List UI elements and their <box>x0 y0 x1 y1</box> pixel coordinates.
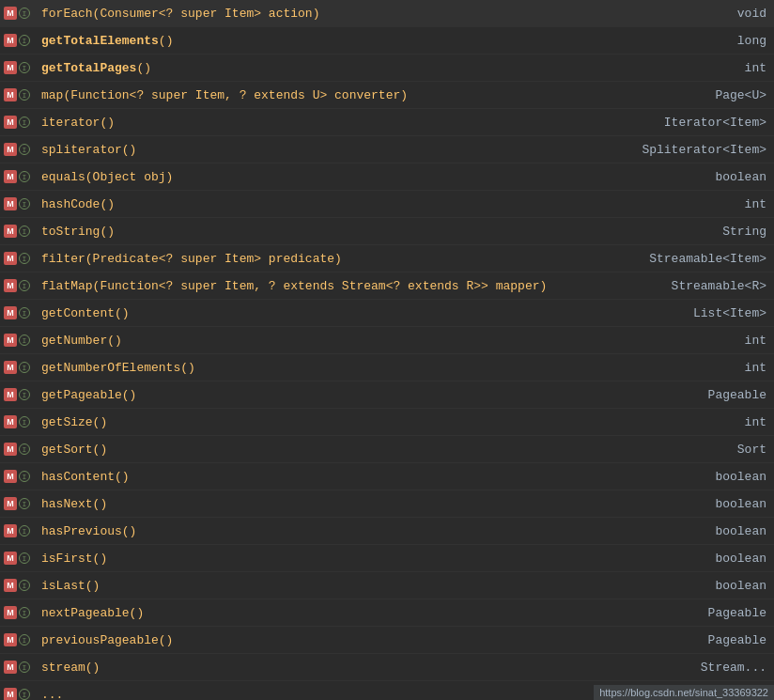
return-type: Spliterator<Item> <box>642 143 770 157</box>
return-type: boolean <box>715 170 770 184</box>
method-signature: getNumber() <box>41 334 745 348</box>
list-item[interactable]: MIflatMap(Function<? super Item, ? exten… <box>0 272 774 300</box>
list-item[interactable]: MIgetTotalElements()long <box>0 27 774 54</box>
method-signature: isLast() <box>41 579 715 593</box>
list-item[interactable]: MIhasPrevious()boolean <box>0 518 774 545</box>
circle-icon: I <box>19 144 30 155</box>
m-icon: M <box>4 470 17 483</box>
m-icon: M <box>4 688 17 700</box>
m-icon: M <box>4 279 17 292</box>
icon-area: MI <box>4 415 41 428</box>
icon-area: MI <box>4 34 41 47</box>
icon-area: MI <box>4 524 41 537</box>
method-signature: forEach(Consumer<? super Item> action) <box>41 7 737 21</box>
icon-area: MI <box>4 606 41 619</box>
m-icon: M <box>4 197 17 210</box>
return-type: int <box>745 61 770 75</box>
return-type: Pageable <box>708 388 770 402</box>
return-type: List<Item> <box>693 306 770 320</box>
method-signature: getTotalElements() <box>41 34 737 48</box>
list-item[interactable]: MIgetNumberOfElements()int <box>0 354 774 381</box>
method-signature: toString() <box>41 225 722 239</box>
icon-area: MI <box>4 661 41 674</box>
list-item[interactable]: MIspliterator()Spliterator<Item> <box>0 136 774 163</box>
m-icon: M <box>4 252 17 265</box>
circle-icon: I <box>19 89 30 101</box>
circle-icon: I <box>19 334 30 346</box>
m-icon: M <box>4 88 17 101</box>
list-item[interactable]: MItoString()String <box>0 218 774 245</box>
method-signature: previousPageable() <box>41 633 708 647</box>
circle-icon: I <box>19 62 30 73</box>
list-item[interactable]: MIgetTotalPages()int <box>0 54 774 82</box>
list-item[interactable]: MIgetNumber()int <box>0 327 774 354</box>
list-item[interactable]: MIiterator()Iterator<Item> <box>0 109 774 136</box>
list-item[interactable]: MIstream()Stream... <box>0 654 774 681</box>
list-item[interactable]: MIfilter(Predicate<? super Item> predica… <box>0 245 774 272</box>
circle-icon: I <box>19 552 30 564</box>
list-item[interactable]: MIgetSize()int <box>0 409 774 436</box>
circle-icon: I <box>19 117 30 128</box>
list-item[interactable]: MIpreviousPageable()Pageable <box>0 627 774 654</box>
icon-area: MI <box>4 579 41 592</box>
m-icon: M <box>4 579 17 592</box>
m-icon: M <box>4 497 17 510</box>
list-item[interactable]: MIgetContent()List<Item> <box>0 300 774 327</box>
circle-icon: I <box>19 580 30 591</box>
circle-icon: I <box>19 198 30 210</box>
return-type: boolean <box>715 470 770 484</box>
m-icon: M <box>4 170 17 183</box>
m-icon: M <box>4 116 17 129</box>
circle-icon: I <box>19 171 30 182</box>
method-signature: hasPrevious() <box>41 524 715 538</box>
icon-area: MI <box>4 552 41 565</box>
icon-area: MI <box>4 306 41 319</box>
circle-icon: I <box>19 634 30 646</box>
method-signature: map(Function<? super Item, ? extends U> … <box>41 88 715 102</box>
method-signature: nextPageable() <box>41 606 708 620</box>
list-item[interactable]: MIhashCode()int <box>0 191 774 218</box>
list-item[interactable]: MIforEach(Consumer<? super Item> action)… <box>0 0 774 27</box>
m-icon: M <box>4 443 17 456</box>
circle-icon: I <box>19 307 30 319</box>
list-item[interactable]: MIisLast()boolean <box>0 572 774 599</box>
method-signature: hasContent() <box>41 470 715 484</box>
return-type: Pageable <box>708 633 770 647</box>
circle-icon: I <box>19 416 30 428</box>
circle-icon: I <box>19 607 30 618</box>
method-signature: hashCode() <box>41 197 745 211</box>
return-type: Iterator<Item> <box>664 116 770 130</box>
list-item[interactable]: MIgetSort()Sort <box>0 436 774 463</box>
icon-area: MI <box>4 361 41 374</box>
return-type: int <box>745 415 770 429</box>
method-signature: spliterator() <box>41 143 642 157</box>
m-icon: M <box>4 7 17 20</box>
list-item[interactable]: MIhasContent()boolean <box>0 463 774 490</box>
icon-area: MI <box>4 688 41 700</box>
method-signature: getPageable() <box>41 388 708 402</box>
return-type: boolean <box>715 552 770 566</box>
circle-icon: I <box>19 226 30 237</box>
return-type: int <box>745 334 770 348</box>
icon-area: MI <box>4 252 41 265</box>
circle-icon: I <box>19 362 30 373</box>
list-item[interactable]: MInextPageable()Pageable <box>0 599 774 627</box>
icon-area: MI <box>4 61 41 74</box>
list-item[interactable]: MImap(Function<? super Item, ? extends U… <box>0 82 774 109</box>
method-signature: isFirst() <box>41 552 715 566</box>
method-signature: filter(Predicate<? super Item> predicate… <box>41 252 649 266</box>
circle-icon: I <box>19 280 30 291</box>
list-item[interactable]: MIhasNext()boolean <box>0 490 774 518</box>
return-type: boolean <box>715 497 770 511</box>
icon-area: MI <box>4 197 41 210</box>
icon-area: MI <box>4 143 41 156</box>
list-item[interactable]: MIgetPageable()Pageable <box>0 381 774 409</box>
method-signature: getNumberOfElements() <box>41 361 745 375</box>
list-item[interactable]: MIisFirst()boolean <box>0 545 774 572</box>
list-item[interactable]: MIequals(Object obj)boolean <box>0 163 774 191</box>
m-icon: M <box>4 606 17 619</box>
return-type: boolean <box>715 524 770 538</box>
method-signature: getSort() <box>41 443 737 457</box>
method-signature: stream() <box>41 661 701 675</box>
rows-container: MIforEach(Consumer<? super Item> action)… <box>0 0 774 700</box>
